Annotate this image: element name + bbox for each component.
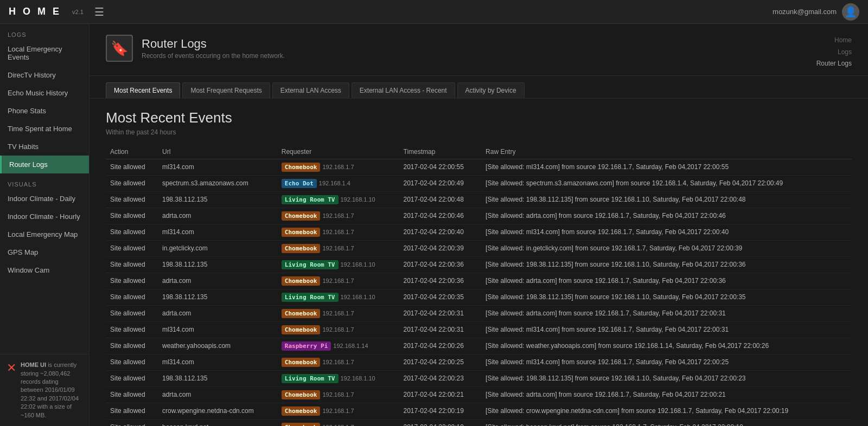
table-row: Site allowedspectrum.s3.amazonaws.comEch… (106, 175, 852, 191)
cell-raw: [Site allowed: in.getclicky.com] from so… (481, 240, 852, 256)
sidebar-item-indoor-climate---daily[interactable]: Indoor Climate - Daily (0, 190, 89, 208)
requester-ip: 192.168.1.10 (341, 375, 375, 382)
topbar-left: H O M E v2.1 ☰ (9, 5, 104, 18)
cell-url: 198.38.112.135 (158, 370, 277, 386)
requester-badge: Chomebook (282, 390, 321, 399)
avatar: 👤 (842, 3, 859, 21)
cell-requester: Chomebook192.168.1.7 (277, 403, 399, 419)
requester-ip: 192.168.1.7 (322, 359, 354, 365)
cell-url: 198.38.112.135 (158, 289, 277, 305)
cell-timestamp: 2017-02-04 22:00:39 (399, 240, 482, 256)
sidebar-item-window-cam[interactable]: Window Cam (0, 261, 89, 279)
cell-timestamp: 2017-02-04 22:00:23 (399, 370, 482, 386)
tab-external-lan-access---recent[interactable]: External LAN Access - Recent (352, 82, 455, 98)
cell-action: Site allowed (106, 354, 158, 370)
main-content: 🔖 Router Logs Records of events occuring… (90, 24, 868, 426)
cell-url: weather.yahooapis.com (158, 338, 277, 354)
sidebar-item-echo-music-history[interactable]: Echo Music History (0, 84, 89, 102)
cell-raw: [Site allowed: ml314.com] from source 19… (481, 321, 852, 338)
cell-url: 198.38.112.135 (158, 191, 277, 208)
cell-timestamp: 2017-02-04 22:00:36 (399, 273, 482, 289)
cell-timestamp: 2017-02-04 22:00:25 (399, 354, 482, 370)
cell-requester: Chomebook192.168.1.7 (277, 273, 399, 289)
sidebar-item-tv-habits[interactable]: TV Habits (0, 138, 89, 156)
tab-most-recent-events[interactable]: Most Recent Events (106, 82, 180, 98)
content-area: Most Recent Events Within the past 24 ho… (90, 99, 868, 426)
cell-raw: [Site allowed: 198.38.112.135] from sour… (481, 191, 852, 208)
sidebar-item-local-emergency-map[interactable]: Local Emergency Map (0, 225, 89, 243)
requester-ip: 192.168.1.7 (322, 229, 354, 235)
cell-action: Site allowed (106, 386, 158, 403)
table-row: Site allowed198.38.112.135Living Room TV… (106, 191, 852, 208)
table-row: Site allowedbeacon.krxd.netChomebook192.… (106, 419, 852, 426)
sidebar-item-indoor-climate---hourly[interactable]: Indoor Climate - Hourly (0, 208, 89, 225)
cell-timestamp: 2017-02-04 22:00:35 (399, 289, 482, 305)
cell-requester: Chomebook192.168.1.7 (277, 159, 399, 175)
cell-raw: [Site allowed: adrta.com] from source 19… (481, 208, 852, 224)
requester-badge: Echo Dot (282, 179, 317, 188)
requester-badge: Living Room TV (282, 195, 339, 204)
table-row: Site allowedin.getclicky.comChomebook192… (106, 240, 852, 256)
cell-url: ml314.com (158, 354, 277, 370)
page-icon: 🔖 (106, 35, 133, 62)
requester-badge: Living Room TV (282, 260, 339, 269)
cell-action: Site allowed (106, 175, 158, 191)
cell-requester: Chomebook192.168.1.7 (277, 224, 399, 240)
requester-ip: 192.168.1.7 (322, 164, 354, 170)
cell-action: Site allowed (106, 370, 158, 386)
cell-raw: [Site allowed: beacon.krxd.net] from sou… (481, 419, 852, 426)
cell-timestamp: 2017-02-04 22:00:31 (399, 321, 482, 338)
sidebar-item-router-logs[interactable]: Router Logs (0, 156, 89, 173)
cell-action: Site allowed (106, 224, 158, 240)
cell-requester: Chomebook192.168.1.7 (277, 208, 399, 224)
tab-activity-by-device[interactable]: Activity by Device (457, 82, 525, 98)
section-title: Most Recent Events (106, 109, 852, 126)
cell-timestamp: 2017-02-04 22:00:46 (399, 208, 482, 224)
breadcrumb-logs: Logs (816, 47, 852, 59)
cell-timestamp: 2017-02-04 22:00:19 (399, 419, 482, 426)
table-row: Site allowedml314.comChomebook192.168.1.… (106, 224, 852, 240)
section-subtitle: Within the past 24 hours (106, 128, 852, 136)
cell-timestamp: 2017-02-04 22:00:19 (399, 403, 482, 419)
logs-section-label: Logs (0, 24, 89, 40)
col-requester: Requester (277, 145, 399, 159)
sidebar-item-directv-history[interactable]: DirecTv History (0, 66, 89, 84)
data-table: ActionUrlRequesterTimestmapRaw Entry Sit… (106, 145, 852, 426)
sidebar-item-gps-map[interactable]: GPS Map (0, 243, 89, 261)
cell-url: adrta.com (158, 208, 277, 224)
hamburger-icon[interactable]: ☰ (94, 5, 104, 18)
cell-raw: [Site allowed: 198.38.112.135] from sour… (481, 256, 852, 273)
breadcrumb-home: Home (816, 35, 852, 47)
cell-timestamp: 2017-02-04 22:00:40 (399, 224, 482, 240)
cell-timestamp: 2017-02-04 22:00:26 (399, 338, 482, 354)
tab-most-frequent-requests[interactable]: Most Frequent Requests (182, 82, 270, 98)
tab-external-lan-access[interactable]: External LAN Access (272, 82, 349, 98)
table-row: Site allowedadrta.comChomebook192.168.1.… (106, 273, 852, 289)
visuals-section-label: Visuals (0, 173, 89, 190)
requester-badge: Chomebook (282, 309, 321, 318)
cell-action: Site allowed (106, 289, 158, 305)
requester-ip: 192.168.1.10 (341, 261, 375, 268)
cell-url: crow.wpengine.netdna-cdn.com (158, 403, 277, 419)
page-title: Router Logs (142, 37, 285, 51)
requester-ip: 192.168.1.7 (322, 424, 354, 426)
cell-raw: [Site allowed: weather.yahooapis.com] fr… (481, 338, 852, 354)
cell-timestamp: 2017-02-04 22:00:49 (399, 175, 482, 191)
table-row: Site allowed198.38.112.135Living Room TV… (106, 256, 852, 273)
table-row: Site allowedadrta.comChomebook192.168.1.… (106, 208, 852, 224)
sidebar-item-local-emergency-events[interactable]: Local Emergency Events (0, 40, 89, 66)
requester-badge: Chomebook (282, 406, 321, 416)
cell-url: adrta.com (158, 305, 277, 321)
sidebar-item-time-spent-at-home[interactable]: Time Spent at Home (0, 120, 89, 138)
cell-action: Site allowed (106, 240, 158, 256)
cell-requester: Chomebook192.168.1.7 (277, 386, 399, 403)
cell-raw: [Site allowed: crow.wpengine.netdna-cdn.… (481, 403, 852, 419)
sidebar-item-phone-stats[interactable]: Phone Stats (0, 102, 89, 120)
requester-badge: Chomebook (282, 163, 321, 172)
cell-action: Site allowed (106, 273, 158, 289)
cell-requester: Raspberry Pi192.168.1.14 (277, 338, 399, 354)
cell-action: Site allowed (106, 321, 158, 338)
cell-url: ml314.com (158, 224, 277, 240)
cell-url: ml314.com (158, 321, 277, 338)
cell-raw: [Site allowed: spectrum.s3.amazonaws.com… (481, 175, 852, 191)
